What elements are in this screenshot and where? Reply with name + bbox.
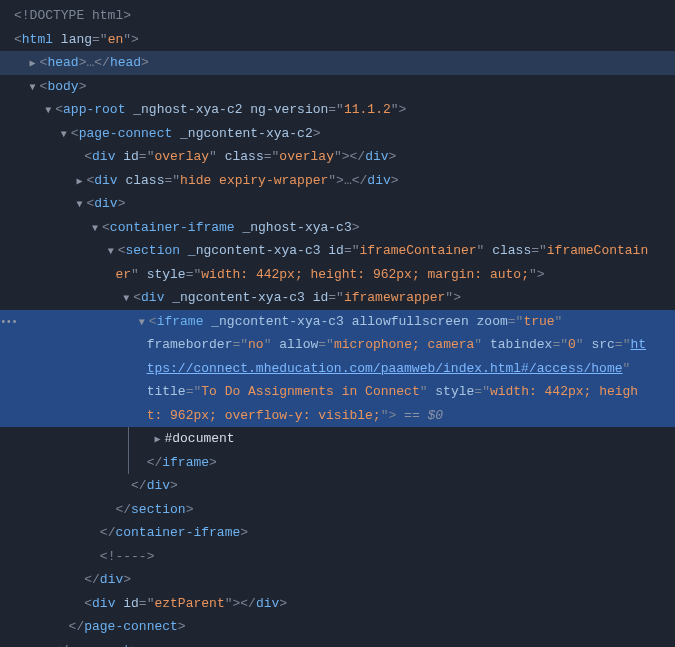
dom-line-section-2[interactable]: er" style="width: 442px; height: 962px; … <box>0 263 675 287</box>
dom-line-section-1[interactable]: ▼<section _ngcontent-xya-c3 id="iframeCo… <box>0 239 675 263</box>
expand-icon[interactable]: ▶ <box>30 56 40 71</box>
collapse-icon[interactable]: ▼ <box>108 244 118 259</box>
dom-line-app-root-close[interactable]: </app-root> <box>0 639 675 648</box>
dom-line-app-root[interactable]: ▼<app-root _nghost-xya-c2 ng-version="11… <box>0 98 675 122</box>
doctype-text: <!DOCTYPE html> <box>14 8 131 23</box>
dom-line-iframe-3[interactable]: tps://connect.mheducation.com/paamweb/in… <box>0 357 675 381</box>
dom-line-iframewrapper-close[interactable]: </div> <box>0 474 675 498</box>
dom-line-iframe-1[interactable]: ••• ▼<iframe _ngcontent-xya-c3 allowfull… <box>0 310 675 334</box>
dom-line-html-open[interactable]: <html lang="en"> <box>0 28 675 52</box>
dom-line-container-iframe[interactable]: ▼<container-iframe _nghost-xya-c3> <box>0 216 675 240</box>
dom-line-page-connect-close[interactable]: </page-connect> <box>0 615 675 639</box>
expand-icon[interactable]: ▶ <box>76 174 86 189</box>
collapse-icon[interactable]: ▼ <box>76 197 86 212</box>
collapse-icon[interactable]: ▼ <box>30 80 40 95</box>
dom-line-iframe-close[interactable]: </iframe> <box>0 451 675 475</box>
dom-line-iframewrapper[interactable]: ▼<div _ngcontent-xya-c3 id="iframewrappe… <box>0 286 675 310</box>
dom-line-container-iframe-close[interactable]: </container-iframe> <box>0 521 675 545</box>
dom-line-comment[interactable]: <!----> <box>0 545 675 569</box>
dom-line-overlay[interactable]: <div id="overlay" class="overlay"></div> <box>0 145 675 169</box>
dom-line-wrapper-close[interactable]: </div> <box>0 568 675 592</box>
collapse-icon[interactable]: ▼ <box>45 103 55 118</box>
dom-line-iframe-2[interactable]: frameborder="no" allow="microphone; came… <box>0 333 675 357</box>
dom-line-expiry[interactable]: ▶<div class="hide expiry-wrapper">…</div… <box>0 169 675 193</box>
dom-line-document[interactable]: ▶#document <box>0 427 675 451</box>
collapse-icon[interactable]: ▼ <box>123 291 133 306</box>
selected-node-marker: == $0 <box>396 408 443 423</box>
dom-line-head[interactable]: ▶<head>…</head> <box>0 51 675 75</box>
collapse-icon[interactable]: ▼ <box>139 315 149 330</box>
dom-line-page-connect[interactable]: ▼<page-connect _ngcontent-xya-c2> <box>0 122 675 146</box>
collapse-icon[interactable]: ▼ <box>61 127 71 142</box>
overflow-icon[interactable]: ••• <box>0 314 17 331</box>
dom-line-section-close[interactable]: </section> <box>0 498 675 522</box>
dom-line-iframe-5[interactable]: t: 962px; overflow-y: visible;"> == $0 <box>0 404 675 428</box>
dom-line-eztparent[interactable]: <div id="eztParent"></div> <box>0 592 675 616</box>
dom-line-wrapper-div[interactable]: ▼<div> <box>0 192 675 216</box>
dom-line-doctype[interactable]: <!DOCTYPE html> <box>0 4 675 28</box>
collapse-icon[interactable]: ▼ <box>92 221 102 236</box>
dom-line-iframe-4[interactable]: title="To Do Assignments in Connect" sty… <box>0 380 675 404</box>
dom-line-body-open[interactable]: ▼<body> <box>0 75 675 99</box>
expand-icon[interactable]: ▶ <box>154 432 164 447</box>
